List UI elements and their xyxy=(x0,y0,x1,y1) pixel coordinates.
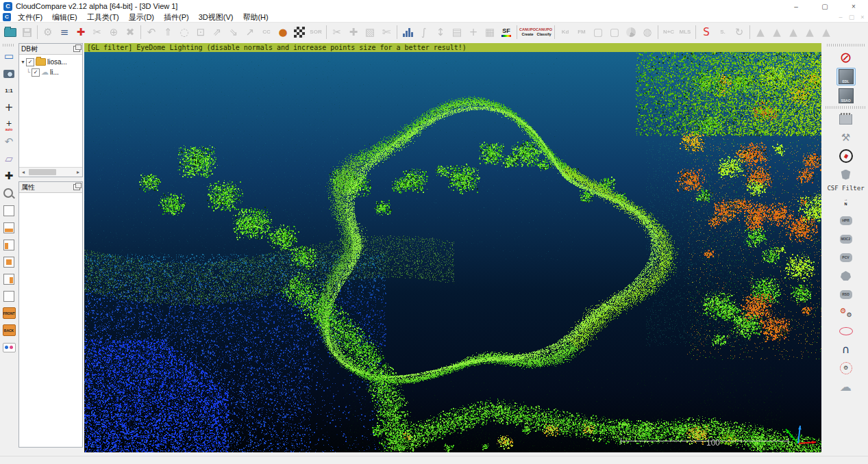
perspective-cube-button[interactable]: ▱ xyxy=(1,151,17,167)
zoom-magnifier-button[interactable] xyxy=(1,185,17,201)
edl-filter-button[interactable]: EDL xyxy=(836,68,856,86)
ortho-view-4-button[interactable] xyxy=(1,254,17,270)
canupo-create-button[interactable]: CANUPOCreate xyxy=(519,24,536,40)
rotate-arrow-button[interactable]: ↶ xyxy=(143,24,160,40)
interactive-segment-button[interactable]: ✂ xyxy=(329,24,345,40)
mls-smooth-button[interactable]: MLS xyxy=(677,24,693,40)
align-clouds-button[interactable]: ↗ xyxy=(242,24,258,40)
pan-mode-button[interactable]: ✚ xyxy=(1,168,17,184)
apply-transformation-button[interactable]: ✚ xyxy=(73,24,89,40)
back-view-button[interactable]: BACK xyxy=(1,322,17,338)
zoom-1-1-button[interactable]: 1:1 xyxy=(1,83,17,99)
ortho-view-3-button[interactable] xyxy=(1,237,17,253)
menu-item-1[interactable]: 编辑(E) xyxy=(47,12,82,22)
mdi-close-button[interactable]: × xyxy=(857,12,868,22)
hough-normals-plugin-button[interactable]: ⚙ xyxy=(837,360,855,376)
plugin-hist-4-button[interactable]: ▲ xyxy=(802,24,818,40)
cloud-ruler-plugin-button[interactable]: ☁ xyxy=(837,378,855,395)
sf-arithmetic-button[interactable]: ▦ xyxy=(482,24,498,40)
front-view-button[interactable]: FRONT xyxy=(1,305,17,321)
cloud-cloud-distance-button[interactable]: ⇗ xyxy=(209,24,225,40)
mdi-minimize-button[interactable]: – xyxy=(835,12,846,22)
menu-item-5[interactable]: 3D视图(V) xyxy=(194,12,238,22)
globe-plugin-button[interactable]: ◍ xyxy=(639,24,656,40)
sf-colorscale-button[interactable]: SF xyxy=(498,24,514,40)
mdi-child-icon[interactable]: C xyxy=(3,13,11,21)
tree-expander-icon[interactable]: ▼ xyxy=(20,60,26,64)
filter-by-value-button[interactable]: ↕ xyxy=(432,24,449,40)
toolbar-handle[interactable] xyxy=(3,44,15,47)
sra-plugin-button[interactable]: S xyxy=(698,24,715,40)
menu-item-0[interactable]: 文件(F) xyxy=(13,12,47,22)
mdi-restore-button[interactable]: ▢ xyxy=(846,12,857,22)
cork-plugin-button[interactable]: ⚙⚙ xyxy=(837,305,855,321)
translate-button[interactable]: ✚ xyxy=(345,24,362,40)
3d-viewport[interactable]: [GL filter] EyeDome Lighting (disable no… xyxy=(84,43,821,452)
ransac-plugin-button[interactable]: RSD xyxy=(837,286,855,302)
save-button[interactable] xyxy=(18,24,35,40)
merge-button[interactable]: ⊕ xyxy=(106,24,122,40)
ortho-view-1-button[interactable] xyxy=(1,203,17,218)
set-pivot-button[interactable]: + xyxy=(1,100,17,116)
rotation-tool-button[interactable]: ↻ xyxy=(731,24,747,40)
float-panel-icon[interactable] xyxy=(73,46,80,52)
stereo-mode-button[interactable] xyxy=(1,339,17,355)
plugin-box-2-button[interactable]: ▢ xyxy=(606,24,623,40)
canupo-classify-button[interactable]: CANUPOClassify xyxy=(536,24,552,40)
animation-plugin-button[interactable] xyxy=(837,111,855,127)
pcv-plugin-button[interactable]: PCV xyxy=(837,249,855,266)
db-tree-hscrollbar[interactable]: ◂ ▸ xyxy=(19,167,82,177)
plugin-hist-5-button[interactable]: ▲ xyxy=(818,24,834,40)
pcl-plugin-button[interactable]: ● xyxy=(275,24,291,40)
compass-plugin-button[interactable]: ◆ xyxy=(837,148,855,164)
ssao-filter-button[interactable]: SSAO xyxy=(837,88,855,104)
ortho-view-2-button[interactable] xyxy=(1,220,17,235)
plugin-hist-1-button[interactable]: ▲ xyxy=(752,24,769,40)
menu-item-2[interactable]: 工具类(T) xyxy=(82,12,124,22)
cross-section-button[interactable]: ✄ xyxy=(378,24,395,40)
sor-filter-button[interactable]: SOR xyxy=(308,24,324,40)
subsample-button[interactable]: ◌ xyxy=(176,24,193,40)
filter-points-button[interactable]: ⇑ xyxy=(160,24,176,40)
properties-list-button[interactable]: ≡ xyxy=(56,24,73,40)
pick-rotation-center-button[interactable]: ↶ xyxy=(1,134,17,150)
clipboard-button[interactable]: ▤ xyxy=(449,24,465,40)
disable-gl-filter-button[interactable]: ⊘ xyxy=(837,49,855,66)
minimize-button[interactable]: – xyxy=(782,0,810,12)
hpr-plugin-button[interactable]: HPR xyxy=(837,212,855,229)
ellipse-plugin-button[interactable] xyxy=(837,323,855,339)
m3c2-plugin-button[interactable]: M3C2 xyxy=(837,231,855,247)
scroll-left-icon[interactable]: ◂ xyxy=(19,169,27,175)
maximize-button[interactable]: ▢ xyxy=(810,0,839,12)
vr-plugin-button[interactable]: ∩ xyxy=(837,341,855,358)
float-panel-icon[interactable] xyxy=(73,184,80,190)
tree-checkbox[interactable]: ✓ xyxy=(26,58,34,66)
sdot-plugin-button[interactable]: S. xyxy=(715,24,731,40)
delete-button[interactable]: ✖ xyxy=(122,24,138,40)
plugin-hist-2-button[interactable]: ▲ xyxy=(769,24,785,40)
normals-arrow-button[interactable]: →N xyxy=(837,194,855,210)
menu-item-6[interactable]: 帮助(H) xyxy=(238,12,273,22)
auto-pivot-button[interactable]: +auto xyxy=(1,117,17,133)
scroll-track[interactable] xyxy=(27,168,74,176)
menu-item-3[interactable]: 显示(D) xyxy=(124,12,159,22)
menu-item-4[interactable]: 插件(P) xyxy=(159,12,194,22)
scroll-right-icon[interactable]: ▸ xyxy=(74,169,82,175)
ortho-view-5-button[interactable] xyxy=(1,271,17,287)
poisson-plugin-button[interactable] xyxy=(837,268,855,284)
octree-button[interactable]: ⊡ xyxy=(193,24,209,40)
pie-chart-plugin-button[interactable] xyxy=(623,24,639,40)
tree-row-1[interactable]: └✓☁li... xyxy=(20,67,82,77)
cc-statistics-button[interactable]: CC xyxy=(258,24,275,40)
open-file-button[interactable] xyxy=(2,24,18,40)
normals-compute-button[interactable]: N+C xyxy=(660,24,677,40)
cloud-mesh-distance-button[interactable]: ⇘ xyxy=(225,24,242,40)
tree-checkbox[interactable]: ✓ xyxy=(32,68,40,77)
checkerboard-button[interactable] xyxy=(291,24,308,40)
add-constant-sf-button[interactable]: + xyxy=(465,24,482,40)
histogram-button[interactable] xyxy=(399,24,416,40)
profile-button[interactable]: ∫ xyxy=(416,24,432,40)
plugin-hist-3-button[interactable]: ▲ xyxy=(785,24,802,40)
point-cloud-canvas[interactable] xyxy=(84,52,821,452)
facets-plugin-button[interactable] xyxy=(837,166,855,183)
